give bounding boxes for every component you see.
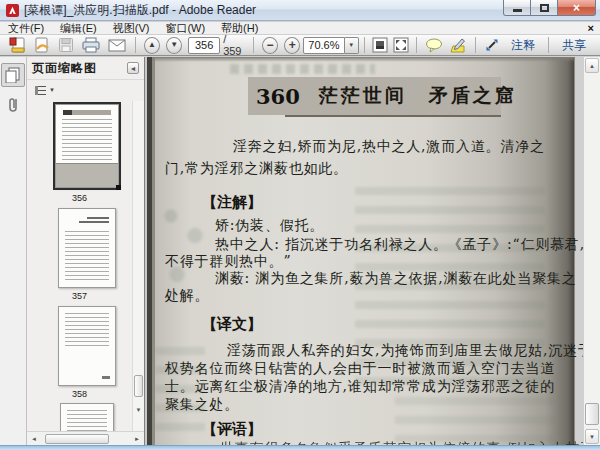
page-thumbnails-icon [5, 67, 21, 83]
plus-icon: + [289, 39, 296, 51]
zoom-dropdown-button[interactable]: ▼ [345, 37, 359, 54]
adobe-reader-window: { "window": { "title": "[菜根谭]_洪应明.扫描版.pd… [0, 0, 600, 450]
selection-handle[interactable] [116, 185, 121, 190]
thumbnail-page-359[interactable] [60, 403, 114, 431]
thumbnail-page-358[interactable] [58, 306, 116, 386]
scrollbar-thumb[interactable] [585, 403, 599, 425]
zoom-level-value[interactable]: 70.6% [303, 37, 344, 54]
scroll-down-button[interactable]: ▼ [585, 429, 599, 444]
note-heading: 【注解】 [202, 195, 262, 210]
toolbar: ▲ ▼ / 359 − + 70.6% ▼ [0, 34, 600, 56]
arrow-left-icon: ◄ [31, 436, 37, 442]
paperclip-icon [5, 96, 21, 114]
share-panel-toggle[interactable]: 共享 [554, 37, 594, 54]
minimize-button[interactable] [503, 0, 531, 16]
thumb-gray-block [56, 163, 118, 187]
panel-scrollbar-thumb[interactable] [134, 375, 143, 397]
print-button[interactable] [78, 35, 104, 55]
fullscreen-button[interactable] [481, 35, 503, 55]
toolbar-separator [253, 37, 254, 53]
thumb-text-lines [65, 313, 109, 347]
page-thumbnails-tab[interactable] [1, 63, 25, 87]
email-button[interactable] [104, 35, 130, 55]
window-bottom-border [0, 445, 600, 450]
panel-options-row: ▼ [27, 80, 144, 100]
print-icon [81, 36, 101, 54]
menu-window[interactable]: 窗口(W) [157, 22, 213, 34]
toolbar-separator [416, 37, 417, 53]
panel-horizontal-scrollbar[interactable]: ◄ ► [27, 431, 144, 445]
adobe-reader-icon [6, 4, 19, 17]
chevron-down-icon: ▼ [348, 42, 354, 48]
thumb-title-line [79, 221, 109, 223]
menu-view[interactable]: 视图(V) [105, 22, 158, 34]
thumbnail-page-356[interactable] [55, 104, 119, 188]
section-banner: 360 茫茫世间 矛盾之窟 [248, 77, 501, 115]
save-icon [57, 36, 75, 54]
body-text-line: 淫奔之妇,矫而为尼,热中之人,激而入道。清净之 [233, 139, 545, 153]
fit-page-button[interactable] [370, 35, 391, 55]
maximize-icon [540, 4, 549, 12]
previous-page-button[interactable]: ▲ [144, 37, 160, 54]
zoom-in-button[interactable]: + [284, 37, 300, 54]
thumbnail-list[interactable]: 356 357 358 [27, 101, 132, 431]
scroll-up-button[interactable]: ▲ [585, 58, 599, 73]
toolbar-separator [135, 37, 136, 53]
translation-line: 聚集之处。 [165, 397, 239, 411]
arrow-down-icon: ▼ [589, 434, 595, 440]
thumbnail-options-button[interactable]: ▼ [35, 86, 55, 95]
comment-panel-toggle[interactable]: 注释 [503, 37, 543, 54]
note-line: 矫:伪装、假托。 [215, 218, 324, 232]
menu-edit[interactable]: 编辑(E) [52, 22, 105, 34]
page-number-input[interactable] [188, 37, 220, 54]
maximize-button[interactable] [531, 0, 558, 16]
note-line: 渊薮: 渊为鱼之集所,薮为兽之依据,渊薮在此处当聚集之 [215, 271, 577, 285]
comment-bubble-button[interactable] [422, 35, 446, 55]
thumbnail-label-358[interactable]: 358 [27, 389, 132, 399]
sign-pen-icon [449, 37, 467, 53]
title-bar[interactable]: [菜根谭]_洪应明.扫描版.pdf - Adobe Reader × [0, 0, 600, 21]
collapse-panel-button[interactable]: ◄ [127, 62, 139, 74]
document-vertical-scrollbar[interactable]: ▲ ▼ [583, 57, 600, 445]
panel-scroll-down-button[interactable]: ▼ [133, 403, 144, 417]
thumbnail-label-356[interactable]: 356 [27, 193, 132, 203]
panel-scroll-left-button[interactable]: ◄ [27, 433, 41, 445]
close-document-icon[interactable]: × [588, 22, 594, 34]
page-total-label: / 359 [223, 33, 246, 57]
menu-file[interactable]: 文件(F) [0, 22, 52, 34]
translation-heading: 【译文】 [202, 317, 262, 332]
section-number: 360 [256, 84, 300, 109]
save-button[interactable] [54, 35, 78, 55]
sign-button[interactable] [446, 35, 470, 55]
thumbnail-label-357[interactable]: 357 [27, 291, 132, 301]
panel-hscrollbar-thumb[interactable] [45, 434, 109, 444]
translation-line: 淫荡而跟人私奔的妇女,为掩饰而到庙里去做尼姑,沉迷于 [227, 343, 583, 357]
thumbnail-page-357[interactable] [58, 208, 116, 288]
arrow-down-icon: ▼ [170, 41, 178, 49]
open-file-button[interactable] [6, 35, 30, 55]
scan-bleedthrough [230, 64, 375, 74]
zoom-out-button[interactable]: − [262, 37, 278, 54]
attachments-tab[interactable] [1, 93, 25, 117]
menu-bar: 文件(F) 编辑(E) 视图(V) 窗口(W) 帮助(H) × [0, 22, 600, 34]
thumb-text-lines [65, 231, 109, 281]
panel-vertical-scrollbar[interactable]: ▼ [132, 101, 144, 431]
thumb-text-lines [62, 119, 112, 161]
next-page-button[interactable]: ▼ [166, 37, 182, 54]
panel-scroll-right-button[interactable]: ► [130, 433, 144, 445]
fit-width-button[interactable] [390, 35, 411, 55]
translation-line: 士。远离红尘极清净的地方,谁知却常常成为淫荡邪恶之徒的 [165, 379, 555, 393]
document-view[interactable]: 360 茫茫世间 矛盾之窟 淫奔之妇,矫而为尼,热中之人,激而入道。清净之 门,… [145, 57, 600, 445]
options-list-icon [35, 86, 46, 95]
page-top-shadow [152, 57, 575, 62]
body-text-line: 门,常为淫邪之渊薮也如此。 [165, 161, 348, 175]
fit-page-icon [372, 37, 388, 53]
content-area: 页面缩略图 ◄ ▼ 356 3 [0, 57, 600, 445]
thumb-title-line [87, 217, 109, 219]
toolbar-separator [548, 37, 549, 53]
close-button[interactable]: × [558, 0, 596, 16]
email-icon [107, 37, 127, 53]
thumbnails-panel-header: 页面缩略图 ◄ [27, 57, 144, 80]
scan-bleedthrough [395, 397, 555, 442]
share-document-button[interactable] [30, 35, 54, 55]
